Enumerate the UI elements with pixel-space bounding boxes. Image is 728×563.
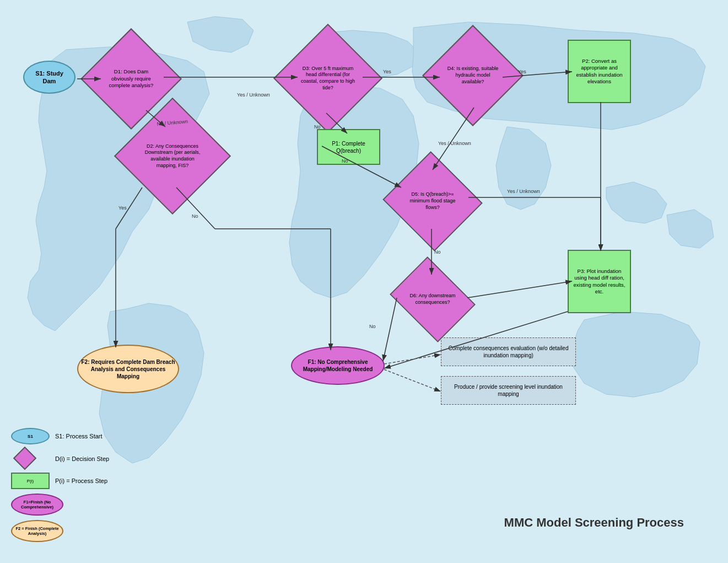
out1-label: Complete consequences evaluation (w/o de… [444, 345, 573, 359]
f2-node: F2: Requires Complete Dam Breach Analysi… [77, 345, 179, 393]
d6-label: D6: Any downstream consequences? [394, 269, 471, 330]
d4-label: D4: Is existing, suitable hydraulic mode… [437, 40, 509, 111]
legend-f1-shape: F1=Finish (NoComprehensive) [11, 494, 63, 516]
svg-text:Yes: Yes [118, 205, 127, 211]
f1-label: F1: No Comprehensive Mapping/Modeling Ne… [295, 358, 381, 373]
s1-label: S1: StudyDam [35, 69, 63, 85]
d2-node: D2: Any Consequences Downstream (per aer… [131, 115, 214, 197]
svg-text:No: No [192, 213, 198, 219]
p2-label: P2: Convert as appropriate and establish… [571, 58, 627, 85]
out2-node: Produce / provide screening level inunda… [441, 376, 576, 405]
legend-p-label: P(i) = Process Step [55, 478, 107, 484]
d6-node: D6: Any downstream consequences? [394, 269, 471, 330]
title-text: MMC Model Screening Process [504, 516, 684, 529]
svg-text:Yes: Yes [383, 69, 391, 74]
d4-node: D4: Is existing, suitable hydraulic mode… [437, 40, 509, 111]
d3-label: D3: Over 5 ft maximum head differential … [289, 40, 366, 117]
svg-text:Yes / Unknown: Yes / Unknown [438, 141, 471, 146]
legend-d-label: D(i) = Decision Step [55, 455, 109, 462]
d1-label: D1: Does Dam obviously require complete … [95, 43, 167, 115]
page-title: MMC Model Screening Process [504, 516, 684, 530]
svg-line-33 [384, 355, 441, 364]
svg-text:Yes / Unknown: Yes / Unknown [237, 92, 270, 98]
p3-node: P3: Plot inundation using head diff rati… [568, 250, 631, 313]
out2-label: Produce / provide screening level inunda… [444, 383, 573, 398]
d5-node: D5: Is Q(breach)>= minimum flood stage f… [394, 165, 471, 237]
d2-label: D2: Any Consequences Downstream (per aer… [131, 115, 214, 197]
legend-f2: F2 = Finish (CompleteAnalysis) [11, 520, 109, 542]
legend-s1-label: S1: Process Start [55, 433, 103, 439]
p1-label: P1: Complete Q(breach) [332, 140, 365, 154]
legend-f2-shape: F2 = Finish (CompleteAnalysis) [11, 520, 63, 542]
legend-f1: F1=Finish (NoComprehensive) [11, 494, 109, 516]
p3-label: P3: Plot inundation using head diff rati… [571, 268, 627, 295]
f1-node: F1: No Comprehensive Mapping/Modeling Ne… [291, 346, 385, 385]
d3-node: D3: Over 5 ft maximum head differential … [289, 40, 366, 117]
svg-text:Yes / Unknown: Yes / Unknown [507, 189, 540, 194]
svg-line-31 [467, 281, 572, 298]
legend-p: P(i) P(i) = Process Step [11, 473, 109, 489]
d5-label: D5: Is Q(breach)>= minimum flood stage f… [394, 165, 471, 237]
f2-label: F2: Requires Complete Dam Breach Analysi… [81, 358, 175, 380]
p2-node: P2: Convert as appropriate and establish… [568, 40, 631, 103]
legend-p-shape: P(i) [11, 473, 50, 489]
svg-text:No: No [369, 324, 376, 329]
d1-node: D1: Does Dam obviously require complete … [95, 43, 167, 115]
legend: S1 S1: Process Start D(i) = Decision Ste… [11, 428, 109, 546]
s1-node: S1: StudyDam [23, 61, 76, 94]
legend-d-shape [11, 449, 50, 468]
svg-line-34 [384, 369, 441, 392]
legend-s1: S1 S1: Process Start [11, 428, 109, 444]
legend-d: D(i) = Decision Step [11, 449, 109, 468]
p1-node: P1: Complete Q(breach) [317, 129, 380, 165]
legend-s1-shape: S1 [11, 428, 50, 444]
out1-node: Complete consequences evaluation (w/o de… [441, 337, 576, 366]
